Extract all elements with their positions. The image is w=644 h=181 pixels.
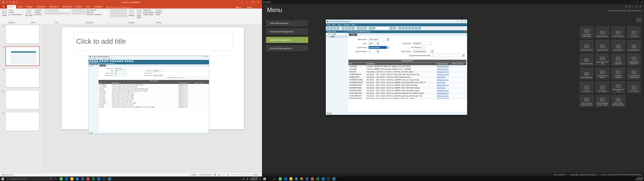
tb-app-calc[interactable] [102,176,107,181]
taskbar-search[interactable]: ⌕ Type here to search🎤 [6,177,53,181]
tile-issue-assembly[interactable]: Issue Assembly [595,40,610,52]
comments-button[interactable]: 💬 Comments [200,174,211,176]
tb-app-epicor[interactable] [107,176,112,181]
nav-financial-management[interactable]: Financial Management [266,45,308,51]
tree-node-cycle[interactable]: ▾ 📁 Cycle [326,33,348,35]
tile-count-cycle-maintenance[interactable]: Count Cycle Maintenance [580,26,594,38]
menu-help[interactable]: Help [352,24,355,26]
qat-more-icon[interactable]: ▾ [16,1,17,3]
start-button[interactable] [262,176,267,181]
tb-nav-field[interactable] [376,27,389,30]
view-sorter-icon[interactable]: ▤ [218,174,220,176]
redo-icon[interactable]: ↷ [10,1,11,3]
find-button[interactable]: 🔍 Find [156,9,162,11]
warehouse-field[interactable]: Twin Lakes [368,38,387,41]
menu-file[interactable]: File [327,24,330,26]
tile-mass-return-from-mfg[interactable]: Mass Return from Mfg [595,54,610,66]
nav-back-icon[interactable]: ⟲ [625,5,627,8]
tile-issue-miscellane-[interactable]: Issue Miscellane... [627,40,641,52]
tile-mass-issue-to-mfg[interactable]: Mass Issue to Mfg [580,54,594,66]
format-painter-button[interactable]: 🖌 Format Painter [8,14,22,16]
tile-part-on-hand-status-dashboard[interactable]: Part On Hand Status Dashboard [611,95,625,107]
nav-fwd-icon[interactable]: ⟳ [629,5,631,8]
slide-thumb-16[interactable]: 16 [2,90,42,109]
slide-indicator[interactable]: Slide 14 of 19 [2,174,13,176]
tree-node-cycle-1[interactable]: ▸ 🔲 1 [326,35,348,38]
table-row[interactable]: FB2764AFoam Block, 3.60 OD x 1.120 ID x … [349,70,466,73]
nav-refresh-icon[interactable]: ↻ [636,5,638,8]
tb-nav-prev-icon[interactable] [372,27,375,30]
maximize-icon[interactable]: ❐ [252,1,254,3]
tb-paste-icon[interactable] [348,27,351,30]
table-row[interactable]: COO5698Colorant, HMWPE Charcoal Gray, Ba… [349,68,466,70]
tray-vol-icon[interactable]: 🔊 [246,178,248,180]
table-row[interactable]: COO5698Colorant, HMWPE GP-White-PE, Badg… [349,65,466,68]
tile-replenishment-workbench[interactable]: Replenishment Workbench [627,54,641,66]
tb-nav-first-icon[interactable] [369,27,372,30]
tile-count-tag-entry[interactable]: Count Tag Entry [611,26,625,38]
warehouse-dd-icon[interactable]: ▾ [387,38,389,41]
cut-button[interactable]: ✂ Cut [8,9,22,11]
tb-app-ie[interactable] [75,176,80,181]
select-button[interactable]: Select [156,14,162,16]
tb-new-icon[interactable] [326,27,329,30]
nav-close-icon[interactable]: ✕ [639,5,641,8]
table-row[interactable]: FSHMWPE2820BFlat Sheet , .360 x 18.60 x … [349,81,466,84]
tb-app-calc[interactable] [326,176,331,181]
shape-effects-button[interactable]: Shape Effects [143,14,154,16]
tile-part-transaction-history-tracker[interactable]: Part Transaction History Tracker [595,95,610,107]
cycle-period-field[interactable]: Annual Whse [368,46,387,49]
tell-me[interactable]: 💡 Tell me what you want to do... [106,6,133,8]
nav-sales-management[interactable]: Sales Management [266,20,308,26]
cycle-number-field[interactable]: 1 [368,50,377,53]
win-close-icon[interactable]: ✕ [464,20,466,22]
taskbar-clock[interactable]: 3:01 PM8/25/2017 [250,177,258,180]
taskview-icon[interactable]: ▢▢ [272,178,277,180]
table-row[interactable]: FSSPLHD5877GFlat Sheet x 153 x 89.00 x 1… [349,97,466,99]
nav-production-management[interactable]: Production Management [266,28,308,34]
tile-issue-material[interactable]: Issue Material [611,40,625,52]
tb-app-word[interactable] [80,176,85,181]
cycle-period-dd-icon[interactable]: ▾ [387,46,389,49]
slide[interactable]: Click to add title ▣Count Cycle Maintena… [62,27,244,130]
tile-quantity-adjustment[interactable]: Quantity Adjustment [611,54,625,66]
table-row[interactable]: FSAB52792PFlat Sheet , .070 x 82.50 x 14… [349,76,466,78]
title-placeholder[interactable]: Click to add title [73,32,232,50]
tb-refresh-icon[interactable] [352,27,354,30]
tb-cut-icon[interactable] [342,27,344,30]
align-text-button[interactable]: Align Text [86,12,101,13]
win-min-icon[interactable]: — [457,20,459,22]
tb-app-outlook[interactable] [321,176,326,181]
table-row[interactable]: FSSPLAB52762JFlat Sheet , .070 x 82.50 x… [349,92,466,95]
menu-tools[interactable]: Tools [338,24,341,26]
tb-nav-last-icon[interactable] [393,27,396,30]
tile-lot-tracker[interactable]: Lot Tracker [580,81,594,93]
tab-pin-icon[interactable]: 📌 [464,31,466,33]
tile-uom-split-merge[interactable]: UOM Split/Merge [580,67,594,80]
tab-file[interactable]: File [0,5,7,8]
minimize-icon[interactable]: — [246,1,248,3]
tb-app-ie[interactable] [294,176,299,181]
slide-thumb-15[interactable]: 15 [2,68,42,87]
tb-app-ppt[interactable] [86,176,90,181]
tb-app-ppt[interactable] [310,176,315,181]
tx-doc-type-dd-icon[interactable]: ▾ [462,54,465,57]
tree-pin-icon[interactable]: 📌 [344,31,346,32]
table-row[interactable]: FSHMWPE2929Flat Sheet , .300 x 36.63 x 3… [349,84,466,87]
close-icon[interactable]: ✕ [258,1,259,3]
minimize-icon[interactable]: — [632,1,634,3]
tb-app-outlook[interactable] [96,176,101,181]
shape-fill-button[interactable]: Shape Fill [143,9,154,11]
notes-button[interactable]: 🗒 Notes [190,174,197,176]
tab-acrobat[interactable]: ACROBAT [92,5,104,8]
zoom-control[interactable]: −+119%⤢ [231,174,260,176]
tb-app-edge[interactable] [64,176,69,181]
tab-review[interactable]: Review [74,5,84,8]
reset-button[interactable]: ↺ Reset [34,12,42,13]
share-button[interactable]: 👤 Share [244,6,252,8]
tx-doc-type-field[interactable] [432,54,462,57]
tile-parts-dashboard-api-[interactable]: Parts Dashboard (API) [611,81,625,93]
tb-undo-icon[interactable] [336,27,339,30]
undo-icon[interactable]: ↶ [6,1,8,3]
cycle-date-field[interactable]: 8/28/2017 [413,42,431,45]
